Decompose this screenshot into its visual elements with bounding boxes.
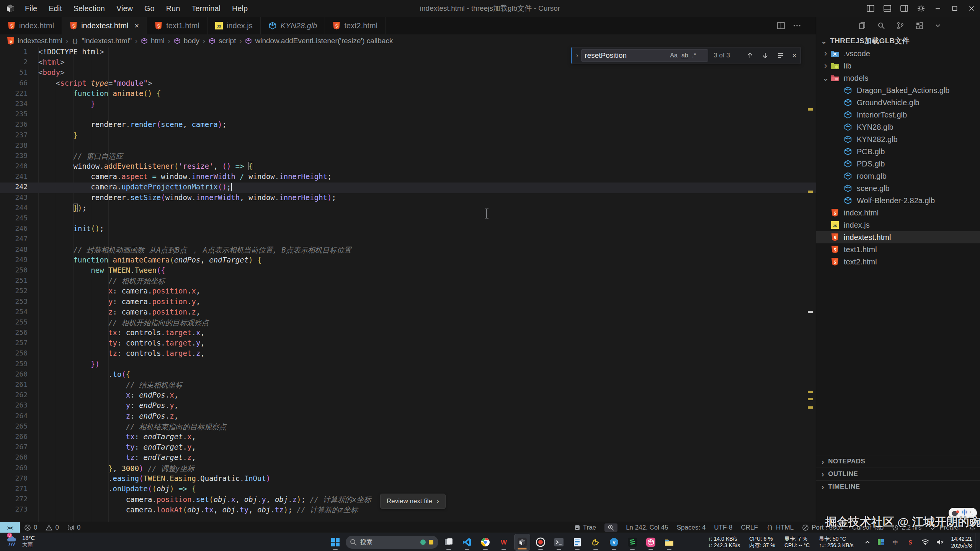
status-html[interactable]: {}HTML <box>766 524 794 531</box>
code-line-267[interactable]: 267 ty: endTarget.y, <box>0 443 816 453</box>
remote-indicator[interactable]: >< <box>0 522 20 533</box>
code-line-250[interactable]: 250 new TWEEN.Tween({ <box>0 266 816 276</box>
code-line-238[interactable]: 238 <box>0 141 816 152</box>
regex-toggle[interactable]: .* <box>692 52 696 59</box>
arrow-down-icon[interactable] <box>761 52 769 59</box>
code-line-266[interactable]: 266 tx: endTarget.x, <box>0 432 816 443</box>
taskbar-app-greenapp[interactable] <box>624 534 640 551</box>
code-line-270[interactable]: 270 .easing(TWEEN.Easing.Quadratic.InOut… <box>0 474 816 484</box>
layout-panel-button[interactable] <box>879 0 896 17</box>
taskbar-app-terminal[interactable] <box>551 534 567 551</box>
file-tree-item-text1.html[interactable]: 5text1.html <box>816 243 980 256</box>
maximize-button[interactable] <box>946 0 963 17</box>
match-case-toggle[interactable]: Aa <box>670 52 678 59</box>
status-0[interactable]: 0 <box>67 524 80 531</box>
status-0[interactable]: 0 <box>24 524 37 531</box>
status-utf-8[interactable]: UTF-8 <box>714 524 732 531</box>
code-line-254[interactable]: 254 z: camera.position.z, <box>0 308 816 318</box>
code-line-66[interactable]: 66 <script type="module"> <box>0 79 816 89</box>
file-tree-item-models[interactable]: ⌄models <box>816 72 980 84</box>
gear-button[interactable] <box>913 0 929 17</box>
code-line-259[interactable]: 259 }) <box>0 360 816 370</box>
taskbar-app-cube3d[interactable] <box>643 534 659 551</box>
tab-indextest.html[interactable]: 5indextest.html× <box>62 17 147 34</box>
tray-pc-manager[interactable] <box>877 538 885 546</box>
taskbar-clock[interactable]: 14:42:21 2025/5/8 <box>951 535 972 549</box>
find-expand-icon[interactable]: › <box>576 52 578 59</box>
code-line-244[interactable]: 244 }); <box>0 204 816 214</box>
code-line-264[interactable]: 264 z: endPos.z, <box>0 412 816 422</box>
status-zoom-in[interactable] <box>604 523 617 532</box>
chevron-down-icon[interactable] <box>935 23 941 29</box>
code-line-268[interactable]: 268 tz: endTarget.z, <box>0 453 816 463</box>
tray-wifi[interactable] <box>921 539 929 546</box>
breadcrumb-item[interactable]: window.addEventListener('resize') callba… <box>245 37 393 45</box>
tab-index.html[interactable]: 5index.html <box>0 17 62 34</box>
taskbar-app-start[interactable] <box>327 534 343 551</box>
file-tree-item-index.html[interactable]: 5index.html <box>816 207 980 219</box>
code-line-253[interactable]: 253 y: camera.position.y, <box>0 297 816 308</box>
git-branch-icon[interactable] <box>897 22 904 29</box>
breadcrumb[interactable]: 5indextest.html›{}"indextest.html"›html›… <box>0 34 823 47</box>
file-tree-item-text2.html[interactable]: 5text2.html <box>816 256 980 268</box>
code-line-242[interactable]: 242 camera.updateProjectionMatrix(); <box>0 183 816 193</box>
close-tab-icon[interactable]: × <box>135 21 139 30</box>
selection-lines-icon[interactable] <box>777 52 784 59</box>
ellipsis-icon[interactable] <box>793 22 801 29</box>
tray-ime-zh[interactable]: 中 <box>891 538 900 546</box>
layout-grid-button[interactable] <box>896 0 913 17</box>
menu-terminal[interactable]: Terminal <box>186 0 226 17</box>
tab-text1.html[interactable]: 5text1.html <box>147 17 207 34</box>
code-line-236[interactable]: 236 renderer.render(scene, camera); <box>0 120 816 130</box>
show-desktop-button[interactable] <box>975 533 977 551</box>
close-button[interactable] <box>963 0 980 17</box>
code-line-239[interactable]: 239 // 窗口自适应 <box>0 152 816 162</box>
file-tree-item-lib[interactable]: ›lib <box>816 60 980 72</box>
taskbar-app-recorder[interactable] <box>532 534 549 551</box>
review-next-file-button[interactable]: Review next file › <box>380 494 446 509</box>
code-line-263[interactable]: 263 y: endPos.y, <box>0 401 816 411</box>
code-line-245[interactable]: 245 <box>0 214 816 224</box>
menu-file[interactable]: File <box>19 0 43 17</box>
code-line-241[interactable]: 241 camera.aspect = window.innerWidth / … <box>0 172 816 183</box>
taskbar-app-notepad[interactable] <box>569 534 585 551</box>
taskbar-search[interactable]: 搜索 <box>346 536 438 549</box>
section-timeline[interactable]: ›TIMELINE <box>816 480 980 493</box>
menu-run[interactable]: Run <box>160 0 186 17</box>
code-line-269[interactable]: 269 }, 3000) // 调整y坐标 <box>0 464 816 474</box>
code-line-51[interactable]: 51<body> <box>0 68 816 78</box>
code-editor[interactable]: 1<!DOCTYPE html>2<html>51<body>66 <scrip… <box>0 47 816 522</box>
section-notepads[interactable]: ›NOTEPADS <box>816 455 980 468</box>
menu-view[interactable]: View <box>111 0 139 17</box>
status-ln-242-col-45[interactable]: Ln 242, Col 45 <box>626 524 668 531</box>
taskbar-app-voov[interactable]: V <box>606 534 622 551</box>
menu-edit[interactable]: Edit <box>43 0 67 17</box>
code-line-261[interactable]: 261 // 结束相机坐标 <box>0 380 816 391</box>
code-line-256[interactable]: 256 tx: controls.target.x, <box>0 328 816 339</box>
file-tree-item-PCB.glb[interactable]: PCB.glb <box>816 145 980 158</box>
code-line-260[interactable]: 260 .to({ <box>0 370 816 380</box>
code-line-248[interactable]: 248 // 封装相机动画函数 从A点到B点 ， A点表示相机当前位置, B点表… <box>0 245 816 256</box>
code-line-258[interactable]: 258 tz: controls.target.z, <box>0 349 816 359</box>
code-line-251[interactable]: 251 // 相机开始坐标 <box>0 276 816 287</box>
code-line-246[interactable]: 246 init(); <box>0 224 816 235</box>
status-spaces-4[interactable]: Spaces: 4 <box>677 524 706 531</box>
file-tree-item-InteriorTest.glb[interactable]: InteriorTest.glb <box>816 109 980 121</box>
tray-volume-mute[interactable] <box>936 539 944 546</box>
breadcrumb-item[interactable]: html <box>141 37 165 45</box>
minimize-button[interactable] <box>929 0 946 17</box>
file-tree-item-PDS.glb[interactable]: PDS.glb <box>816 158 980 170</box>
file-tree-item-scene.glb[interactable]: scene.glb <box>816 182 980 194</box>
find-input[interactable] <box>581 51 670 60</box>
file-tree-item-KYN28.glb[interactable]: KYN28.glb <box>816 121 980 133</box>
file-tree-item-Dragon_Baked_Actions.glb[interactable]: Dragon_Baked_Actions.glb <box>816 84 980 96</box>
code-line-235[interactable]: 235 <box>0 110 816 120</box>
file-tree-item-GroundVehicle.glb[interactable]: GroundVehicle.glb <box>816 96 980 109</box>
code-line-247[interactable]: 247 <box>0 235 816 245</box>
taskbar-weather[interactable]: 8 18°C 大雨 <box>6 535 35 548</box>
code-line-255[interactable]: 255 // 相机开始指向的目标观察点 <box>0 318 816 328</box>
breadcrumb-item[interactable]: {}"indextest.html" <box>72 37 132 45</box>
taskbar-app-cursor[interactable] <box>514 534 530 551</box>
code-line-243[interactable]: 243 renderer.setSize(window.innerWidth, … <box>0 193 816 204</box>
status-trae[interactable]: Trae <box>574 524 596 531</box>
